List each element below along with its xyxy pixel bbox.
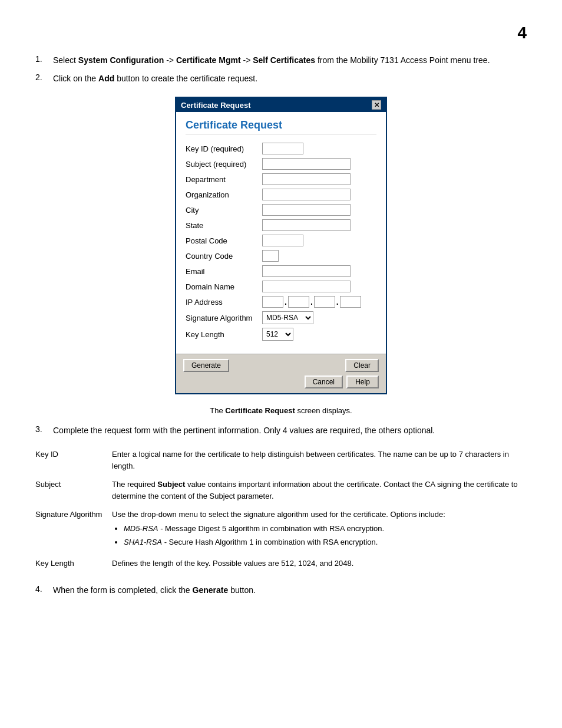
signature-algorithm-label: Signature Algorithm xyxy=(186,314,262,322)
subject-row: Subject (required) xyxy=(186,158,376,170)
clear-button[interactable]: Clear xyxy=(345,359,379,372)
dialog-footer: Generate Clear Cancel Help xyxy=(176,354,386,393)
help-button[interactable]: Help xyxy=(346,375,379,388)
page-number: 4 xyxy=(35,24,527,42)
domain-name-row: Domain Name xyxy=(186,281,376,292)
desc-signature-algorithm-field: Signature Algorithm xyxy=(35,505,112,554)
desc-subject-text: The required Subject value contains impo… xyxy=(112,475,527,505)
ip-address-label: IP Address xyxy=(186,298,262,307)
desc-signature-algorithm: Signature Algorithm Use the drop-down me… xyxy=(35,505,527,554)
state-input[interactable] xyxy=(262,219,351,231)
desc-key-length-text: Defines the length of the key. Possible … xyxy=(112,554,527,573)
step2-text: Click on the Add button to create the ce… xyxy=(53,73,257,85)
dialog-wrapper: Certificate Request ✕ Certificate Reques… xyxy=(35,97,527,394)
step3-text: Complete the request form with the perti… xyxy=(53,424,435,437)
ip-address-fields: . . . xyxy=(262,296,361,308)
key-id-label: Key ID (required) xyxy=(186,144,262,153)
key-length-label: Key Length xyxy=(186,330,262,339)
step1-num: 1. xyxy=(35,54,53,67)
desc-key-id: Key ID Enter a logical name for the cert… xyxy=(35,445,527,475)
step4: 4. When the form is completed, click the… xyxy=(35,584,527,597)
step4-text: When the form is completed, click the Ge… xyxy=(53,584,256,597)
ip-octet-2[interactable] xyxy=(288,296,309,308)
country-code-label: Country Code xyxy=(186,252,262,261)
step3-num: 3. xyxy=(35,424,53,437)
sig-alg-sha1: SHA1-RSA - Secure Hash Algorithm 1 in co… xyxy=(124,536,521,548)
descriptions-table: Key ID Enter a logical name for the cert… xyxy=(35,445,527,572)
desc-key-length-field: Key Length xyxy=(35,554,112,573)
step4-num: 4. xyxy=(35,584,53,597)
state-label: State xyxy=(186,221,262,230)
country-code-row: Country Code xyxy=(186,250,376,262)
postal-code-row: Postal Code xyxy=(186,235,376,246)
email-label: Email xyxy=(186,267,262,276)
key-length-row: Key Length 512 1024 2048 xyxy=(186,328,376,341)
desc-subject-field: Subject xyxy=(35,475,112,505)
generate-button[interactable]: Generate xyxy=(183,359,229,372)
domain-name-input[interactable] xyxy=(262,281,351,292)
email-input[interactable] xyxy=(262,265,351,277)
ip-octet-4[interactable] xyxy=(340,296,361,308)
footer-bottom-row: Cancel Help xyxy=(183,375,379,388)
organization-label: Organization xyxy=(186,190,262,199)
certificate-request-dialog: Certificate Request ✕ Certificate Reques… xyxy=(175,97,387,394)
city-row: City xyxy=(186,204,376,216)
desc-key-id-text: Enter a logical name for the certificate… xyxy=(112,445,527,475)
footer-top-row: Generate Clear xyxy=(183,359,379,372)
department-input[interactable] xyxy=(262,173,351,185)
dialog-heading: Certificate Request xyxy=(186,119,376,134)
key-length-select[interactable]: 512 1024 2048 xyxy=(262,328,293,341)
domain-name-label: Domain Name xyxy=(186,282,262,291)
desc-signature-algorithm-text: Use the drop-down menu to select the sig… xyxy=(112,505,527,554)
ip-dot-3: . xyxy=(336,297,339,307)
postal-code-input[interactable] xyxy=(262,235,303,246)
ip-dot-1: . xyxy=(285,297,287,307)
department-label: Department xyxy=(186,175,262,184)
desc-key-length: Key Length Defines the length of the key… xyxy=(35,554,527,573)
step1-text: Select System Configuration -> Certifica… xyxy=(53,54,490,67)
desc-key-id-field: Key ID xyxy=(35,445,112,475)
dialog-titlebar: Certificate Request ✕ xyxy=(176,98,386,112)
city-input[interactable] xyxy=(262,204,351,216)
step2-num: 2. xyxy=(35,73,53,85)
key-id-row: Key ID (required) xyxy=(186,143,376,154)
key-id-input[interactable] xyxy=(262,143,303,154)
dialog-body: Certificate Request Key ID (required) Su… xyxy=(176,112,386,354)
country-code-input[interactable] xyxy=(262,250,279,262)
organization-row: Organization xyxy=(186,189,376,200)
ip-dot-2: . xyxy=(310,297,313,307)
signature-algorithm-select[interactable]: MD5-RSA SHA1-RSA xyxy=(262,311,313,324)
subject-input[interactable] xyxy=(262,158,351,170)
ip-octet-3[interactable] xyxy=(314,296,335,308)
close-icon[interactable]: ✕ xyxy=(372,100,381,110)
dialog-title: Certificate Request xyxy=(181,101,250,110)
subject-label: Subject (required) xyxy=(186,160,262,169)
state-row: State xyxy=(186,219,376,231)
ip-octet-1[interactable] xyxy=(262,296,283,308)
department-row: Department xyxy=(186,173,376,185)
email-row: Email xyxy=(186,265,376,277)
ip-address-row: IP Address . . . xyxy=(186,296,376,308)
dialog-caption: The Certificate Request screen displays. xyxy=(35,406,527,415)
postal-code-label: Postal Code xyxy=(186,236,262,245)
city-label: City xyxy=(186,206,262,215)
signature-algorithm-list: MD5-RSA - Message Digest 5 algorithm in … xyxy=(112,523,521,548)
signature-algorithm-row: Signature Algorithm MD5-RSA SHA1-RSA xyxy=(186,311,376,324)
sig-alg-md5: MD5-RSA - Message Digest 5 algorithm in … xyxy=(124,523,521,535)
desc-subject: Subject The required Subject value conta… xyxy=(35,475,527,505)
organization-input[interactable] xyxy=(262,189,351,200)
cancel-button[interactable]: Cancel xyxy=(305,375,343,388)
